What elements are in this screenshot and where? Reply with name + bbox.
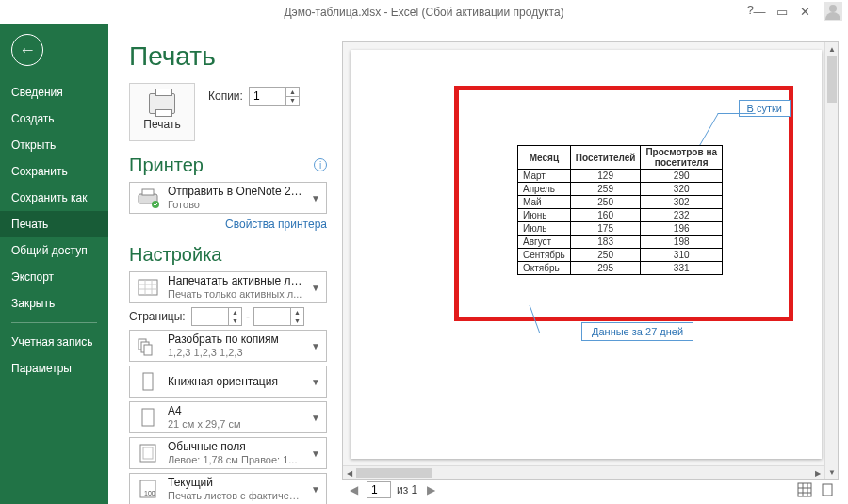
sidebar-item[interactable]: Сохранить как xyxy=(0,185,108,211)
table-row: Апрель259320 xyxy=(518,183,723,196)
svg-rect-12 xyxy=(142,409,154,426)
prev-page-button[interactable]: ◀ xyxy=(346,482,361,497)
window-title: Дэмо-таблица.xlsx - Excel (Сбой активаци… xyxy=(284,6,563,19)
print-button[interactable]: Печать xyxy=(129,83,195,141)
close-button[interactable]: ✕ xyxy=(795,3,814,20)
maximize-button[interactable]: ▭ xyxy=(773,3,791,20)
pages-from[interactable]: ▲▼ xyxy=(191,307,242,326)
settings-section-heading: Настройка xyxy=(129,244,327,266)
printer-properties-link[interactable]: Свойства принтера xyxy=(129,218,327,231)
print-button-label: Печать xyxy=(143,118,180,131)
scroll-right-icon[interactable]: ▶ xyxy=(811,466,824,480)
table-row: Сентябрь250310 xyxy=(518,249,723,262)
table-row: Июль175196 xyxy=(518,222,723,236)
svg-text:100: 100 xyxy=(144,490,155,496)
sidebar-item[interactable]: Сведения xyxy=(0,79,108,106)
svg-rect-22 xyxy=(823,484,832,496)
chevron-down-icon: ▼ xyxy=(309,377,322,387)
sidebar-item[interactable]: Учетная запись xyxy=(0,329,108,355)
paper-icon xyxy=(134,404,162,431)
printer-section-heading: Принтер i xyxy=(129,154,327,176)
table-row: Август183198 xyxy=(518,236,723,249)
svg-rect-17 xyxy=(798,483,811,496)
svg-point-2 xyxy=(152,201,159,208)
show-margins-icon[interactable] xyxy=(797,482,812,497)
paper-size-select[interactable]: A4 21 см x 29,7 см ▼ xyxy=(129,401,327,433)
preview-status-bar: ◀ из 1 ▶ xyxy=(342,480,839,500)
page-number-input[interactable] xyxy=(367,482,390,497)
pages-label: Страницы: xyxy=(129,310,188,323)
sheets-icon xyxy=(134,274,162,301)
zoom-to-page-icon[interactable] xyxy=(820,482,835,497)
chevron-down-icon: ▼ xyxy=(309,193,322,203)
chevron-down-icon: ▼ xyxy=(309,484,322,495)
pages-from-input[interactable] xyxy=(192,308,228,325)
titlebar: Дэмо-таблица.xlsx - Excel (Сбой активаци… xyxy=(0,0,848,24)
orientation-select[interactable]: Книжная ориентация ▼ xyxy=(129,366,327,398)
minimize-button[interactable]: — xyxy=(750,3,769,20)
scroll-thumb[interactable] xyxy=(356,468,432,478)
copies-spinner[interactable]: ▲ ▼ xyxy=(249,87,300,106)
svg-rect-11 xyxy=(143,373,153,390)
page-of-label: из 1 xyxy=(397,483,417,496)
data-table: МесяцПосетителейПросмотров напосетителяМ… xyxy=(517,145,723,275)
scroll-left-icon[interactable]: ◀ xyxy=(343,466,356,480)
sidebar-item[interactable]: Экспорт xyxy=(0,264,108,290)
sidebar-item[interactable]: Сохранить xyxy=(0,158,108,185)
sidebar-item[interactable]: Создать xyxy=(0,106,108,132)
margins-select[interactable]: Обычные поля Левое: 1,78 см Правое: 1...… xyxy=(129,437,327,469)
callout-top: В сутки xyxy=(739,100,791,117)
page-heading: Печать xyxy=(129,41,327,72)
scaling-icon: 100 xyxy=(134,476,162,502)
highlight-box: В сутки МесяцПосетителейПросмотров напос… xyxy=(454,86,793,321)
scaling-select[interactable]: 100 Текущий Печать листов с фактическ...… xyxy=(129,473,327,504)
scroll-up-icon[interactable]: ▲ xyxy=(825,42,839,56)
pages-to[interactable]: ▲▼ xyxy=(253,307,304,326)
info-icon[interactable]: i xyxy=(314,158,327,171)
back-button[interactable]: ← xyxy=(11,34,43,66)
printer-select[interactable]: Отправить в OneNote 2013 Готово ▼ xyxy=(129,182,327,214)
chevron-down-icon: ▼ xyxy=(309,448,322,459)
copies-up[interactable]: ▲ xyxy=(286,88,299,97)
chevron-down-icon: ▼ xyxy=(309,413,322,423)
margins-icon xyxy=(134,440,162,466)
sidebar-separator xyxy=(11,322,97,323)
chevron-down-icon: ▼ xyxy=(309,283,322,293)
horizontal-scrollbar[interactable]: ◀ ▶ xyxy=(343,465,824,479)
scroll-thumb[interactable] xyxy=(827,56,837,103)
sidebar-item[interactable]: Печать xyxy=(0,211,108,237)
collate-select[interactable]: Разобрать по копиям 1,2,3 1,2,3 1,2,3 ▼ xyxy=(129,330,327,362)
scroll-down-icon[interactable]: ▼ xyxy=(825,465,839,479)
sidebar-item[interactable]: Открыть xyxy=(0,132,108,158)
page-number[interactable] xyxy=(367,481,391,498)
sidebar-item[interactable]: Общий доступ xyxy=(0,237,108,264)
print-preview: В сутки МесяцПосетителейПросмотров напос… xyxy=(342,41,839,480)
copies-label: Копии: xyxy=(208,89,243,103)
copies-input[interactable] xyxy=(250,88,285,105)
sidebar-item[interactable]: Параметры xyxy=(0,355,108,382)
print-what-select[interactable]: Напечатать активные листы Печать только … xyxy=(129,271,327,303)
next-page-button[interactable]: ▶ xyxy=(423,482,438,497)
svg-rect-10 xyxy=(144,345,152,355)
sidebar-item[interactable]: Закрыть xyxy=(0,290,108,317)
table-header: Посетителей xyxy=(570,146,641,170)
copies-down[interactable]: ▼ xyxy=(286,97,299,106)
printer-device-icon xyxy=(134,185,162,211)
svg-rect-1 xyxy=(142,189,154,195)
preview-page: В сутки МесяцПосетителейПросмотров напос… xyxy=(351,50,822,459)
svg-rect-3 xyxy=(139,280,157,295)
printer-icon xyxy=(149,93,175,114)
table-header: Месяц xyxy=(518,146,571,170)
chevron-down-icon: ▼ xyxy=(309,341,322,351)
table-row: Октябрь295331 xyxy=(518,262,723,275)
table-row: Май250302 xyxy=(518,196,723,209)
pages-to-input[interactable] xyxy=(254,308,290,325)
vertical-scrollbar[interactable]: ▲ ▼ xyxy=(824,42,838,479)
portrait-icon xyxy=(134,368,162,395)
collate-icon xyxy=(134,333,162,359)
account-avatar[interactable] xyxy=(824,2,842,21)
table-row: Июнь160232 xyxy=(518,209,723,222)
table-row: Март129290 xyxy=(518,170,723,183)
table-header: Просмотров напосетителя xyxy=(641,146,723,170)
backstage-sidebar: ← СведенияСоздатьОткрытьСохранитьСохрани… xyxy=(0,24,108,504)
